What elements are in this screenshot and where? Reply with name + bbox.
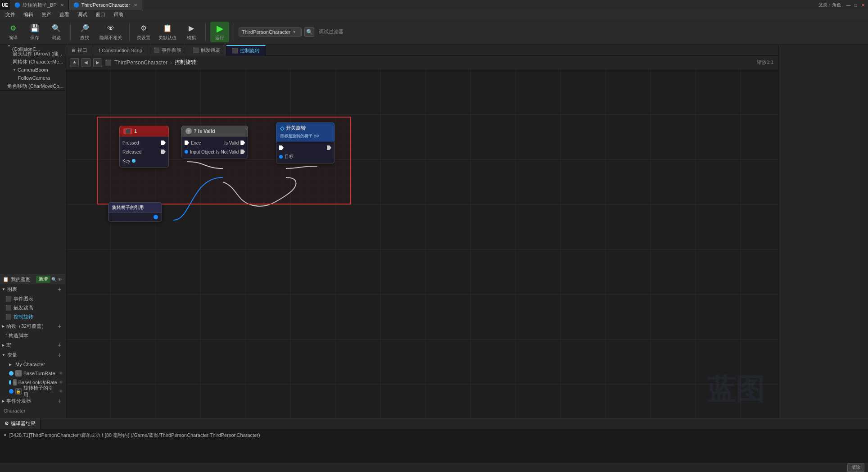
bookmark-button[interactable]: ★ [70, 58, 79, 67]
debug-search-button[interactable]: 🔍 [304, 27, 314, 37]
tree-item-mesh[interactable]: 网格体 (CharacterMe... [0, 58, 65, 66]
tree-item-arrow[interactable]: 箭头组件 (Arrow) (继... [0, 50, 65, 58]
filter-blueprints-icon[interactable]: 👁 [58, 277, 62, 282]
save-button[interactable]: 💾 保存 [25, 22, 44, 42]
tree-item-followcamera[interactable]: FollowCamera [0, 74, 65, 82]
tab-close-1[interactable]: ✕ [134, 3, 137, 8]
tab-viewport[interactable]: 🖥 视口 [65, 45, 93, 56]
bc-thirdpersonchar[interactable]: ThirdPersonCharacter [114, 59, 167, 66]
menu-asset[interactable]: 资产 [38, 10, 55, 19]
canvas-watermark: 蓝图 [707, 370, 764, 409]
search-blueprints-icon[interactable]: 🔍 [51, 277, 57, 282]
var-baseturnrate[interactable]: = BaseTurnRate 👁 [0, 369, 65, 378]
title-tab-1[interactable]: 🔵 ThirdPersonCharacter ✕ [69, 0, 142, 10]
bc-controlrotation[interactable]: 控制旋转 [175, 59, 196, 66]
title-tab-0[interactable]: 🔵 旋转的椅子_BP ✕ [10, 0, 69, 10]
maximize-btn[interactable]: □ [853, 2, 859, 8]
ref-node[interactable]: 旋转椅子的引用 [108, 202, 162, 222]
input-node[interactable]: ⬛ 1 Pressed Released [119, 126, 169, 168]
functions-section[interactable]: ▶ 函数（32可覆盖） + [0, 321, 65, 331]
browse-button[interactable]: 🔍 浏览 [47, 22, 66, 42]
variables-section[interactable]: ▼ 变量 + [0, 350, 65, 360]
menu-view[interactable]: 查看 [56, 10, 73, 19]
add-macro-button[interactable]: + [56, 341, 63, 349]
macros-arrow-icon: ▶ [2, 343, 5, 347]
menu-window[interactable]: 窗口 [92, 10, 109, 19]
character-label: Character [4, 408, 25, 413]
canvas-grid[interactable]: ⬛ 1 Pressed Released [65, 69, 778, 418]
var-color-dot-3 [9, 389, 14, 394]
graph-trigger-icon: ⬛ [5, 305, 12, 311]
find-button[interactable]: 🔎 查找 [75, 22, 94, 42]
add-graph-button[interactable]: + [56, 286, 63, 293]
graph-event[interactable]: ⬛ 事件图表 [0, 294, 65, 303]
tab-close-0[interactable]: ✕ [60, 3, 64, 8]
pin-exec-in: Exec Is Valid [182, 138, 248, 147]
var-rotate-ref[interactable]: 🔒 旋转椅子的引用 👁 [0, 387, 65, 396]
tree-item-cameraboom[interactable]: ▼ CameraBoom [0, 66, 65, 74]
compile-button[interactable]: ⚙ 编译 [4, 22, 23, 42]
zoom-level: 缩放1:1 [757, 59, 773, 66]
aside-label: 父类：角色 [818, 2, 841, 8]
ref-output-pin [154, 215, 158, 219]
macros-section[interactable]: ▶ 宏 + [0, 340, 65, 350]
tab-icon-1: 🔵 [73, 2, 80, 8]
tab-compiler-results[interactable]: ⚙ 编译器结果 [0, 418, 41, 429]
compile-label: 编译 [9, 35, 18, 41]
simulate-button[interactable]: ▶ 模拟 [182, 22, 201, 42]
menu-edit[interactable]: 编辑 [20, 10, 37, 19]
close-btn[interactable]: ✕ [860, 2, 866, 8]
tab-eventgraph[interactable]: ⬛ 事件图表 [148, 45, 187, 56]
graph-trigger[interactable]: ⬛ 触发跳高 [0, 303, 65, 312]
menu-help[interactable]: 帮助 [110, 10, 127, 19]
var-icon-1: = [15, 370, 22, 377]
debug-dropdown[interactable]: ThirdPersonCharacter ▼ [239, 27, 302, 36]
tab-triggerjump[interactable]: ⬛ 触发跳高 [187, 45, 226, 56]
toolbar-sep-2 [129, 23, 130, 41]
toggle-rotation-sublabel: 目标是旋转的椅子 BP [280, 133, 319, 139]
pressed-exec-pin [161, 141, 166, 145]
add-variable-button[interactable]: + [56, 351, 63, 359]
hide-unrelated-button[interactable]: 👁 隐藏不相关 [97, 22, 125, 42]
clear-button[interactable]: 清除 [847, 463, 864, 472]
construction-icon: f [99, 48, 100, 53]
tree-item-charmove[interactable]: 角色移动 (CharMoveCo... [0, 82, 65, 90]
hide-label: 隐藏不相关 [99, 35, 122, 41]
class-defaults-button[interactable]: 📋 类默认值 [156, 22, 179, 42]
add-event-dispatcher-button[interactable]: + [56, 397, 63, 404]
pin-released: Released [120, 147, 168, 156]
menu-file[interactable]: 文件 [2, 10, 19, 19]
variables-arrow-icon: ▼ [2, 353, 5, 357]
functions-arrow-icon: ▶ [2, 324, 5, 328]
class-defaults-icon: 📋 [162, 23, 173, 34]
triggerjump-icon: ⬛ [193, 47, 199, 53]
bottom-tab-bar: ⚙ 编译器结果 [0, 418, 868, 429]
event-dispatchers-arrow-icon: ▶ [2, 399, 5, 403]
toolbar-sep-1 [70, 23, 71, 41]
toggle-rotation-node[interactable]: ◇ 开关旋转 目标是旋转的椅子 BP 目标 [276, 123, 335, 163]
simulate-label: 模拟 [187, 35, 196, 41]
add-function-button[interactable]: + [56, 322, 63, 330]
is-valid-node[interactable]: ? ? Is Valid Exec Is Valid [181, 126, 248, 159]
pin-key: Key [120, 156, 168, 165]
graphs-section[interactable]: ▼ 图表 + [0, 284, 65, 294]
class-settings-button[interactable]: ⚙ 类设置 [134, 22, 153, 42]
minimize-btn[interactable]: — [845, 2, 852, 8]
tab-controlrotation[interactable]: ⬛ 控制旋转 [226, 45, 266, 56]
menu-debug[interactable]: 调试 [74, 10, 91, 19]
new-button[interactable]: 新增 [36, 276, 50, 283]
browse-label: 浏览 [52, 35, 61, 41]
class-settings-icon: ⚙ [138, 23, 149, 34]
tab-construction[interactable]: f Construction Scrip [93, 45, 148, 56]
var-color-dot-1 [9, 371, 14, 376]
forward-button[interactable]: ▶ [93, 58, 102, 67]
func-icon: f [5, 333, 7, 338]
pin-input-obj: Input Object Is Not Valid [182, 147, 248, 156]
main-canvas[interactable]: ★ ◀ ▶ ⬛ ThirdPersonCharacter › 控制旋转 缩放1:… [65, 56, 778, 418]
graph-rotation[interactable]: ⬛ 控制旋转 [0, 312, 65, 321]
toggle-pin-exec [276, 143, 334, 152]
func-construct[interactable]: f 构造脚本 [0, 331, 65, 340]
input-node-icon: ⬛ [123, 128, 132, 134]
back-button[interactable]: ◀ [81, 58, 90, 67]
play-button[interactable]: ▶ 运行 [210, 22, 229, 42]
